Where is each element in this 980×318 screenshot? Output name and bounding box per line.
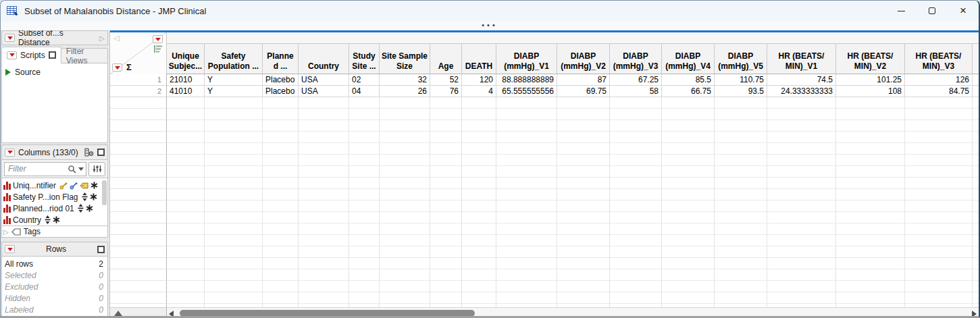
minimize-button[interactable] (885, 1, 917, 21)
column-header-15[interactable]: HR (BEATS/ MIN)_V2 (836, 43, 905, 74)
table-cell[interactable]: 85.5 (662, 74, 715, 86)
table-cell[interactable]: 26 (380, 86, 430, 97)
table-cell[interactable]: USA (299, 74, 349, 86)
table-cell[interactable]: 110.75 (715, 74, 767, 86)
table-cell[interactable]: 76 (430, 86, 462, 97)
table-cell[interactable]: 101.25 (836, 74, 905, 86)
columns-list-scrollbar[interactable] (102, 180, 107, 205)
table-cell[interactable]: 32 (380, 74, 430, 86)
table-cell[interactable]: 93.5 (715, 86, 767, 97)
column-header-8[interactable]: DEATH (462, 43, 496, 74)
hscroll-track[interactable] (167, 307, 979, 318)
tags-row[interactable]: ▷ Tags (1, 226, 108, 238)
table-cell[interactable]: 120 (462, 74, 496, 86)
table-cell[interactable]: 87 (557, 74, 610, 86)
column-header-5[interactable]: Study Site ... (349, 43, 380, 74)
column-header-13[interactable]: DIABP (mmHg)_V5 (715, 43, 767, 74)
drag-handle[interactable]: ••• (482, 21, 498, 29)
filter-settings-button[interactable] (88, 162, 105, 176)
column-list-item[interactable]: Safety P...ion Flag (3, 191, 107, 203)
empty-cell (767, 109, 836, 120)
sigma-icon[interactable]: Σ (126, 62, 132, 72)
empty-cell (205, 212, 263, 223)
table-cell[interactable]: 4 (462, 86, 496, 97)
chevron-right-icon[interactable]: ▷ (3, 228, 9, 236)
table-cell[interactable]: 02 (349, 74, 380, 86)
column-header-4[interactable]: Country (299, 43, 349, 74)
table-cell[interactable]: 66.75 (662, 86, 715, 97)
columns-filter-input[interactable] (8, 164, 68, 174)
column-header-3[interactable]: Planne d ... (263, 43, 299, 74)
column-header-7[interactable]: Age (430, 43, 462, 74)
column-header-10[interactable]: DIABP (mmHg)_V2 (557, 43, 610, 74)
red-triangle-menu-icon[interactable] (7, 51, 17, 59)
column-header-12[interactable]: DIABP (mmHg)_V4 (662, 43, 715, 74)
header-top-strip (167, 32, 979, 43)
table-cell[interactable]: Y (205, 74, 263, 86)
column-header-16[interactable]: HR (BEATS/ MIN)_V3 (905, 43, 973, 74)
red-triangle-menu-icon[interactable] (5, 149, 15, 157)
tab-scripts[interactable]: Scripts (1, 47, 61, 63)
table-cell[interactable]: 24.333333333 (767, 86, 836, 97)
table-cell[interactable]: Placebo (263, 74, 299, 86)
table-cell[interactable]: 108 (836, 86, 905, 97)
rows-menu-icon[interactable] (112, 63, 122, 72)
hscroll-thumb[interactable] (180, 310, 475, 317)
panel-checkbox-icon[interactable] (49, 51, 56, 59)
empty-cell (462, 109, 496, 120)
column-manager-icon[interactable] (84, 148, 94, 157)
column-header-2[interactable]: Safety Population ... (205, 43, 263, 74)
run-script-icon[interactable] (5, 69, 11, 76)
red-triangle-menu-icon[interactable] (5, 34, 15, 42)
column-list-item[interactable]: Uniq...ntifier (3, 180, 107, 191)
scroll-right-icon[interactable] (972, 311, 977, 317)
row-number[interactable]: 1 (110, 74, 167, 86)
close-button[interactable]: × (948, 1, 979, 21)
column-header-11[interactable]: DIABP (mmHg)_V3 (610, 43, 662, 74)
script-item-source[interactable]: Source (5, 66, 104, 78)
panel-checkbox-icon[interactable] (97, 246, 105, 253)
chevron-right-icon[interactable]: ▷ (99, 34, 105, 42)
row-filler (973, 292, 979, 304)
table-cell[interactable]: 126 (905, 74, 973, 86)
row-number[interactable]: 2 (110, 86, 167, 97)
table-cell[interactable]: 67.25 (610, 74, 662, 86)
red-triangle-menu-icon[interactable] (5, 245, 15, 253)
column-header-1[interactable]: Unique Subjec... (167, 43, 205, 74)
column-list-item[interactable]: Country (3, 214, 107, 226)
maximize-button[interactable] (917, 1, 948, 21)
empty-cell (557, 120, 610, 132)
table-cell[interactable]: 84.75 (905, 86, 973, 97)
empty-cell (299, 189, 349, 201)
empty-cell (299, 258, 349, 269)
empty-cell (349, 155, 380, 166)
scroll-up-icon[interactable] (114, 311, 122, 316)
column-header-6[interactable]: Site Sample Size (380, 43, 430, 74)
table-cell[interactable]: 58 (610, 86, 662, 97)
chevron-down-icon[interactable] (78, 167, 84, 171)
empty-cell (205, 132, 263, 143)
table-cell[interactable]: Placebo (263, 86, 299, 97)
table-cell[interactable]: 52 (430, 74, 462, 86)
column-list-icon[interactable] (154, 45, 162, 53)
panel-checkbox-icon[interactable] (97, 149, 105, 156)
column-list-item[interactable]: Planned...riod 01 (3, 203, 107, 214)
column-header-9[interactable]: DIABP (mmHg)_V1 (496, 43, 557, 74)
row-filler (973, 74, 979, 86)
collapse-panel-icon[interactable]: ◁ (113, 34, 119, 43)
table-cell[interactable]: USA (299, 86, 349, 97)
empty-cell (836, 258, 905, 269)
table-cell[interactable]: 65.555555556 (496, 86, 557, 97)
tab-filter-views[interactable]: Filter Views (61, 48, 108, 63)
table-cell[interactable]: 04 (349, 86, 380, 97)
table-cell[interactable]: 88.888888889 (496, 74, 557, 86)
column-headers: Unique Subjec...Safety Population ...Pla… (167, 43, 979, 74)
table-cell[interactable]: Y (205, 86, 263, 97)
scroll-left-icon[interactable] (169, 311, 174, 317)
table-cell[interactable]: 21010 (167, 74, 205, 86)
table-cell[interactable]: 69.75 (557, 86, 610, 97)
column-header-14[interactable]: HR (BEATS/ MIN)_V1 (767, 43, 836, 74)
table-cell[interactable]: 74.5 (767, 74, 836, 86)
columns-menu-icon[interactable] (153, 35, 163, 43)
table-cell[interactable]: 41010 (167, 86, 205, 97)
